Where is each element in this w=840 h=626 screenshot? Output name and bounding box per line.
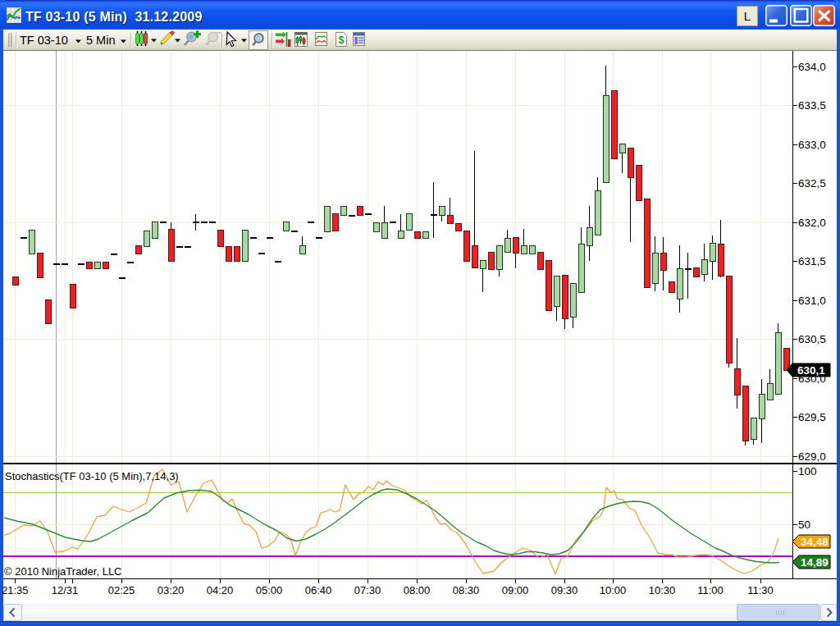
svg-text:Stochastics(TF 03-10 (5 Min),7: Stochastics(TF 03-10 (5 Min),7,14,3): [5, 470, 179, 482]
svg-text:14,89: 14,89: [801, 556, 829, 569]
svg-text:06:40: 06:40: [305, 584, 332, 596]
svg-text:05:00: 05:00: [256, 584, 283, 596]
svg-text:07:30: 07:30: [354, 584, 381, 596]
svg-text:631,5: 631,5: [798, 255, 826, 267]
svg-text:634,0: 634,0: [798, 61, 826, 73]
svg-text:04:20: 04:20: [207, 584, 234, 596]
svg-text:632,5: 632,5: [798, 177, 826, 190]
svg-text:08:30: 08:30: [453, 584, 480, 596]
svg-text:629,5: 629,5: [798, 411, 826, 423]
svg-text:629,0: 629,0: [798, 450, 826, 463]
svg-text:09:30: 09:30: [551, 584, 578, 596]
svg-text:100: 100: [798, 465, 817, 477]
svg-text:03:20: 03:20: [158, 584, 185, 596]
svg-text:630,5: 630,5: [798, 333, 826, 345]
svg-text:630,1: 630,1: [797, 364, 825, 377]
svg-text:21:35: 21:35: [2, 584, 29, 596]
svg-text:34,48: 34,48: [801, 536, 829, 548]
svg-text:10:00: 10:00: [600, 584, 627, 596]
svg-text:632,0: 632,0: [798, 217, 826, 229]
svg-text:11:30: 11:30: [747, 584, 774, 596]
svg-text:633,5: 633,5: [798, 99, 826, 112]
svg-text:50: 50: [798, 519, 810, 531]
svg-text:12/31: 12/31: [52, 584, 79, 596]
svg-text:02:25: 02:25: [108, 584, 135, 596]
svg-text:11:00: 11:00: [697, 584, 724, 596]
svg-text:631,0: 631,0: [798, 295, 826, 307]
svg-text:633,0: 633,0: [798, 139, 826, 151]
svg-text:09:00: 09:00: [502, 584, 529, 596]
svg-text:08:00: 08:00: [404, 584, 431, 596]
svg-text:10:30: 10:30: [649, 584, 676, 596]
svg-text:© 2010 NinjaTrader, LLC: © 2010 NinjaTrader, LLC: [4, 565, 122, 578]
